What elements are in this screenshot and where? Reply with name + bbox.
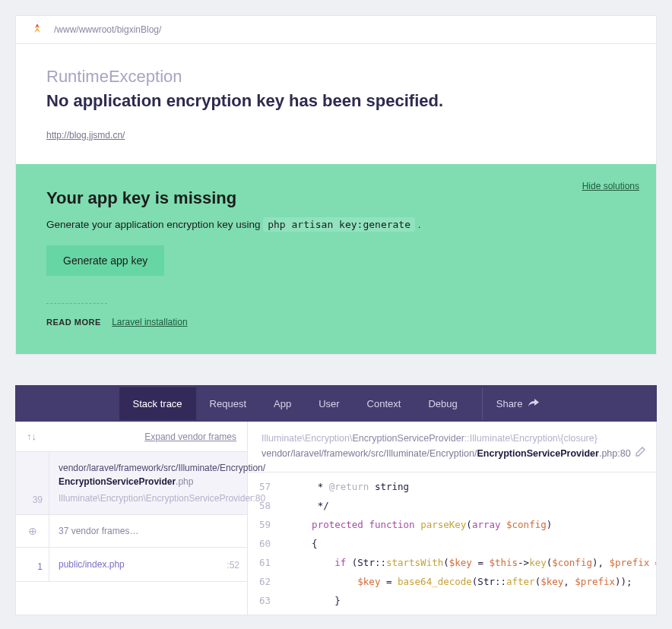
frames-panel: ↑↓ Expand vendor frames 39 vendor/larave… bbox=[16, 422, 248, 615]
stack-frame[interactable]: 1 public/index.php :52 bbox=[16, 548, 247, 582]
tab-stack-trace[interactable]: Stack trace bbox=[119, 387, 196, 420]
readmore-label: READ MORE bbox=[46, 318, 101, 327]
exception-message: No application encryption key has been s… bbox=[46, 91, 626, 111]
code-panel: Illuminate\Encryption\EncryptionServiceP… bbox=[248, 422, 656, 615]
tab-user[interactable]: User bbox=[305, 387, 353, 420]
solution-description: Generate your application encryption key… bbox=[46, 219, 626, 230]
tab-app[interactable]: App bbox=[260, 387, 305, 420]
divider bbox=[46, 303, 107, 304]
stack-frame[interactable]: 39 vendor/laravel/framework/src/Illumina… bbox=[16, 452, 247, 515]
exception-url[interactable]: http://blog.jjsmd.cn/ bbox=[46, 130, 125, 141]
expand-icon: ⊕ bbox=[28, 525, 37, 537]
collapsed-frames[interactable]: ⊕ 37 vendor frames… bbox=[16, 515, 247, 548]
solution-title: Your app key is missing bbox=[46, 188, 626, 208]
reorder-icons[interactable]: ↑↓ bbox=[27, 431, 36, 442]
share-icon bbox=[528, 399, 539, 408]
hide-solutions-link[interactable]: Hide solutions bbox=[582, 181, 639, 191]
tab-context[interactable]: Context bbox=[353, 387, 415, 420]
solution-panel: Hide solutions Your app key is missing G… bbox=[16, 164, 656, 354]
tab-bar: Stack trace Request App User Context Deb… bbox=[15, 385, 657, 422]
solution-code: php artisan key:generate bbox=[263, 217, 415, 232]
tab-request[interactable]: Request bbox=[196, 387, 260, 420]
header-bar: /www/wwwroot/bigxinBlog/ bbox=[16, 16, 656, 44]
share-button[interactable]: Share bbox=[482, 387, 553, 420]
exception-type: RuntimeException bbox=[46, 67, 626, 87]
readmore-link[interactable]: Laravel installation bbox=[112, 317, 187, 327]
logo-icon bbox=[31, 24, 43, 36]
project-path: /www/wwwroot/bigxinBlog/ bbox=[54, 24, 161, 35]
tab-debug[interactable]: Debug bbox=[414, 387, 471, 420]
generate-key-button[interactable]: Generate app key bbox=[46, 245, 164, 276]
expand-vendor-frames[interactable]: Expand vendor frames bbox=[144, 431, 236, 442]
pencil-icon[interactable] bbox=[636, 446, 645, 461]
code-source: * @return string */ protected function p… bbox=[278, 473, 656, 615]
